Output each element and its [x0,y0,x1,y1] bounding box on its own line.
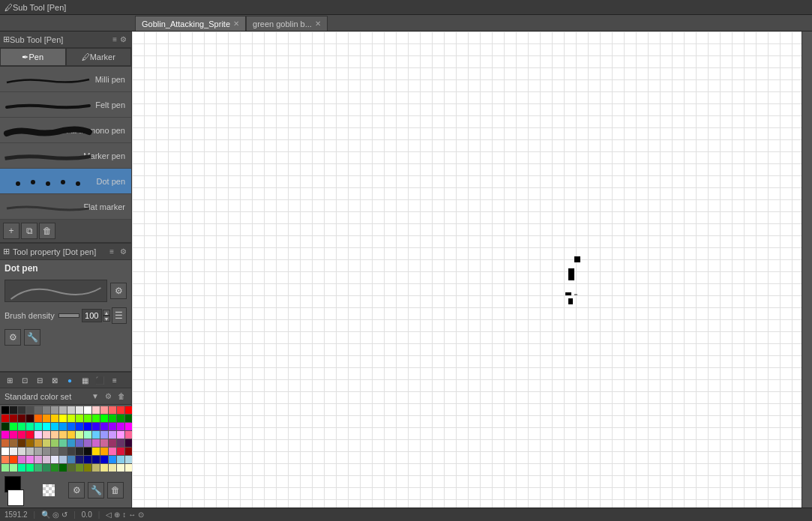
color-tool-5[interactable]: ▦ [78,373,91,387]
color-set-dropdown[interactable]: ▼ [90,391,100,401]
color-cell[interactable] [67,448,75,455]
color-cell[interactable] [100,423,108,430]
color-cell[interactable] [84,415,91,422]
copy-brush-button[interactable]: ⧉ [21,223,37,239]
rotate-icon[interactable]: ↺ [61,511,67,519]
color-cell[interactable] [34,464,42,472]
color-cell[interactable] [43,406,50,414]
brush-item-fillin[interactable]: Fill-in-mono pen [0,118,131,143]
color-cell[interactable] [51,439,58,447]
color-cell[interactable] [18,431,25,439]
brush-item-milli[interactable]: Milli pen [0,67,131,92]
color-cell[interactable] [43,448,50,455]
color-cell[interactable] [51,431,58,439]
color-cell[interactable] [67,439,75,447]
color-add-btn[interactable]: 🔧 [88,482,104,499]
tool-property-settings-icon[interactable]: ⚙ [118,247,128,256]
color-cell[interactable] [34,448,42,455]
color-cell[interactable] [10,464,17,472]
color-cell[interactable] [59,431,67,439]
color-cell[interactable] [109,456,116,463]
color-tool-4[interactable]: ⊠ [48,373,61,387]
color-tool-3[interactable]: ⊟ [33,373,46,387]
color-cell[interactable] [1,423,9,430]
color-cell[interactable] [109,431,116,439]
color-cell[interactable] [51,415,58,422]
zoom-icon[interactable]: 🔍 [41,511,50,519]
color-cell[interactable] [18,448,25,455]
color-cell[interactable] [18,415,25,422]
color-cell[interactable] [43,431,50,439]
color-cell[interactable] [59,439,67,447]
color-cell[interactable] [117,464,124,472]
color-cell[interactable] [26,431,34,439]
background-color[interactable] [7,490,24,506]
sub-tool-gear-icon[interactable]: ⚙ [118,34,128,44]
color-cell[interactable] [1,439,9,447]
marker-tab[interactable]: 🖊 Marker [66,48,132,66]
nav-icon[interactable]: ◎ [52,511,59,519]
color-cell[interactable] [76,423,83,430]
color-cell[interactable] [26,439,34,447]
color-cell[interactable] [117,431,124,439]
tool-settings-btn[interactable]: ⚙ [4,329,21,346]
color-cell[interactable] [67,415,75,422]
color-cell[interactable] [51,406,58,414]
color-cell[interactable] [18,423,25,430]
tool-wrench-btn[interactable]: 🔧 [24,329,40,346]
icon3[interactable]: ↕ [122,511,126,519]
color-cell[interactable] [100,406,108,414]
color-cell[interactable] [92,448,100,455]
color-cell[interactable] [109,448,116,455]
color-cell[interactable] [34,415,42,422]
color-cell[interactable] [26,406,34,414]
color-tool-wheel[interactable]: ● [63,373,76,387]
color-set-settings[interactable]: ⚙ [103,391,113,401]
color-cell[interactable] [67,406,75,414]
color-cell[interactable] [1,406,9,414]
color-cell[interactable] [92,464,100,472]
color-cell[interactable] [84,439,91,447]
color-cell[interactable] [10,431,17,439]
color-cell[interactable] [1,448,9,455]
icon5[interactable]: ⊙ [138,511,144,519]
tab-close-2[interactable]: ✕ [315,19,321,28]
color-cell[interactable] [59,423,67,430]
color-cell[interactable] [10,406,17,414]
color-cell[interactable] [10,423,17,430]
color-cell[interactable] [26,456,34,463]
tab-close-1[interactable]: ✕ [233,19,239,28]
brush-item-flat[interactable]: Flat marker [0,194,131,220]
color-cell[interactable] [92,439,100,447]
color-cell[interactable] [18,456,25,463]
color-cell[interactable] [100,415,108,422]
color-cell[interactable] [76,464,83,472]
delete-brush-button[interactable]: 🗑 [39,223,55,239]
color-cell[interactable] [67,423,75,430]
color-cell[interactable] [51,464,58,472]
color-cell[interactable] [67,431,75,439]
color-tool-2[interactable]: ⊡ [18,373,31,387]
color-cell[interactable] [59,406,67,414]
brush-item-marker[interactable]: Marker pen [0,143,131,169]
sub-tool-menu-icon[interactable]: ≡ [111,34,118,44]
color-cell[interactable] [100,448,108,455]
color-cell[interactable] [59,464,67,472]
color-cell[interactable] [84,464,91,472]
color-cell[interactable] [76,415,83,422]
color-cell[interactable] [1,456,9,463]
color-cell[interactable] [76,406,83,414]
add-brush-button[interactable]: + [3,223,19,239]
color-cell[interactable] [67,464,75,472]
color-cell[interactable] [34,406,42,414]
color-cell[interactable] [100,456,108,463]
brush-density-down[interactable]: ▼ [103,316,110,322]
color-cell[interactable] [51,456,58,463]
color-cell[interactable] [10,448,17,455]
color-cell[interactable] [34,423,42,430]
color-cell[interactable] [109,464,116,472]
color-cell[interactable] [34,431,42,439]
color-cell[interactable] [76,448,83,455]
canvas-area[interactable] [132,31,802,508]
color-tool-6[interactable]: ⬛ [93,373,106,387]
